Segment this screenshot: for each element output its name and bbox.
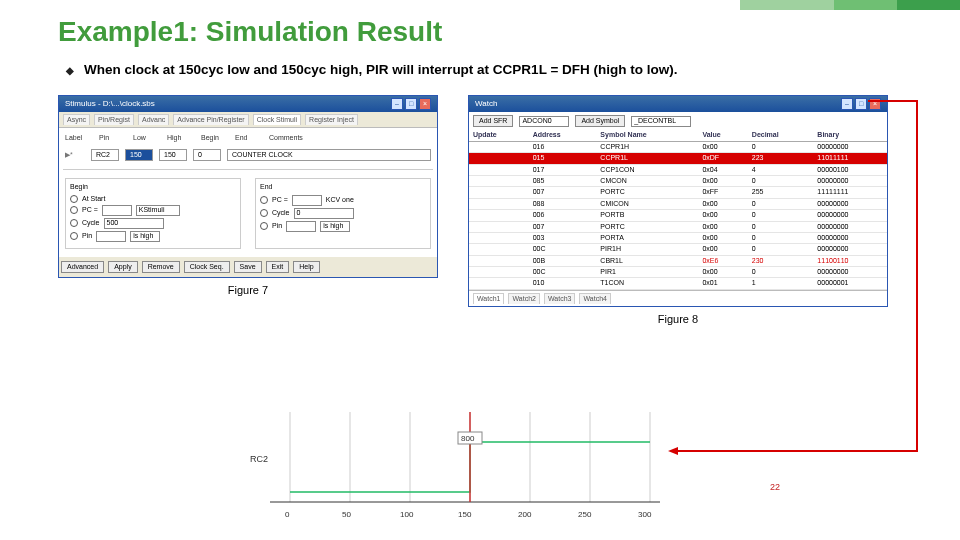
opt-pin-e: Pin	[272, 222, 282, 230]
svg-text:250: 250	[578, 510, 592, 519]
add-symbol-button[interactable]: Add Symbol	[575, 115, 625, 127]
tab-clockstim[interactable]: Clock Stimuli	[253, 114, 301, 125]
tab-advpin[interactable]: Advance Pin/Register	[173, 114, 248, 125]
bullet-text: When clock at 150cyc low and 150cyc high…	[84, 62, 678, 77]
pin-sel-b[interactable]	[96, 231, 126, 242]
table-row[interactable]: 007PORTC0x00000000000	[469, 221, 887, 232]
stimulus-titlebar[interactable]: Stimulus - D:\...\clock.sbs – □ ×	[59, 96, 437, 112]
radio-pc-b[interactable]	[70, 206, 78, 214]
tab-pinreg[interactable]: Pin/Regist	[94, 114, 134, 125]
radio-pin-e[interactable]	[260, 222, 268, 230]
pin-sel-e[interactable]	[286, 221, 316, 232]
begin-group: Begin At Start PC = KStimuli Cycle500 Pi…	[65, 178, 241, 249]
col-pin: Pin	[99, 134, 127, 142]
table-row[interactable]: 085CMCON0x00000000000	[469, 175, 887, 186]
tab-adv[interactable]: Advanc	[138, 114, 169, 125]
opt-cyc-b: Cycle	[82, 219, 100, 227]
svg-text:100: 100	[400, 510, 414, 519]
symbol-select[interactable]: _DECONTBL	[631, 116, 691, 127]
callout-line-h2	[678, 450, 918, 452]
cell-begin[interactable]: 0	[193, 149, 221, 161]
maximize-icon[interactable]: □	[405, 98, 417, 110]
table-row[interactable]: 088CMICON0x00000000000	[469, 198, 887, 209]
pin-ishigh-e[interactable]: is high	[320, 221, 350, 232]
minimize-icon[interactable]: –	[391, 98, 403, 110]
btn-advanced[interactable]: Advanced	[61, 261, 104, 273]
col-update[interactable]: Update	[469, 130, 529, 141]
bullet-line: ◆ When clock at 150cyc low and 150cyc hi…	[0, 52, 960, 77]
svg-text:200: 200	[518, 510, 532, 519]
table-row[interactable]: 00BCBR1L0xE623011100110	[469, 255, 887, 266]
col-begin: Begin	[201, 134, 229, 142]
watch-titlebar[interactable]: Watch – □ ×	[469, 96, 887, 112]
add-sfr-button[interactable]: Add SFR	[473, 115, 513, 127]
tab-watch1[interactable]: Watch1	[473, 293, 504, 304]
callout-line-h1	[868, 100, 918, 102]
opt-pc-e: PC =	[272, 196, 288, 204]
table-row[interactable]: 00CPIR10x00000000000	[469, 267, 887, 278]
cyc-input-e[interactable]: 0	[294, 208, 354, 219]
table-row[interactable]: 006PORTB0x00000000000	[469, 210, 887, 221]
opt-atstart: At Start	[82, 195, 105, 203]
radio-atstart[interactable]	[70, 195, 78, 203]
tab-async[interactable]: Async	[63, 114, 90, 125]
radio-cyc-b[interactable]	[70, 219, 78, 227]
btn-clockseq[interactable]: Clock Seq.	[184, 261, 230, 273]
tab-watch4[interactable]: Watch4	[579, 293, 610, 304]
stimulus-row: ▶* RC2 150 150 0 COUNTER CLOCK	[63, 145, 433, 165]
btn-save[interactable]: Save	[234, 261, 262, 273]
svg-text:50: 50	[342, 510, 351, 519]
bullet-icon: ◆	[66, 65, 74, 76]
col-address[interactable]: Address	[529, 130, 597, 141]
table-row[interactable]: 00CPIR1H0x00000000000	[469, 244, 887, 255]
tab-reginj[interactable]: Register Inject	[305, 114, 358, 125]
btn-help[interactable]: Help	[293, 261, 319, 273]
btn-remove[interactable]: Remove	[142, 261, 180, 273]
tab-watch3[interactable]: Watch3	[544, 293, 575, 304]
col-value[interactable]: Value	[698, 130, 747, 141]
cell-comments[interactable]: COUNTER CLOCK	[227, 149, 431, 161]
figure8-label: Figure 8	[468, 313, 888, 325]
table-row[interactable]: 015CCPR1L0xDF22311011111	[469, 153, 887, 164]
watch-title-text: Watch	[475, 99, 841, 109]
col-comments: Comments	[269, 134, 303, 142]
begin-label: Begin	[70, 183, 236, 191]
col-binary[interactable]: Binary	[813, 130, 887, 141]
accent-bar-1	[740, 0, 834, 10]
stimulus-tabs: Async Pin/Regist Advanc Advance Pin/Regi…	[59, 112, 437, 128]
tab-watch2[interactable]: Watch2	[508, 293, 539, 304]
pc-input-b[interactable]	[102, 205, 132, 216]
table-row[interactable]: 003PORTA0x00000000000	[469, 232, 887, 243]
radio-pin-b[interactable]	[70, 232, 78, 240]
radio-pc-e[interactable]	[260, 196, 268, 204]
col-decimal[interactable]: Decimal	[748, 130, 814, 141]
accent-bar-2	[834, 0, 897, 10]
figure7-label: Figure 7	[58, 284, 438, 296]
col-symbol[interactable]: Symbol Name	[596, 130, 698, 141]
minimize-icon-w[interactable]: –	[841, 98, 853, 110]
opt-cyc-e: Cycle	[272, 209, 290, 217]
table-row[interactable]: 010T1CON0x01100000001	[469, 278, 887, 289]
pc-input-e[interactable]	[292, 195, 322, 206]
table-row[interactable]: 017CCP1CON0x04400000100	[469, 164, 887, 175]
btn-exit[interactable]: Exit	[266, 261, 290, 273]
pin-ishigh-b[interactable]: is high	[130, 231, 160, 242]
arrowhead-icon	[668, 447, 678, 455]
cyc-input-b[interactable]: 500	[104, 218, 164, 229]
cell-low[interactable]: 150	[125, 149, 153, 161]
svg-text:300: 300	[638, 510, 652, 519]
radio-cyc-e[interactable]	[260, 209, 268, 217]
table-row[interactable]: 007PORTC0xFF25511111111	[469, 187, 887, 198]
cell-high[interactable]: 150	[159, 149, 187, 161]
cell-pin[interactable]: RC2	[91, 149, 119, 161]
close-icon[interactable]: ×	[419, 98, 431, 110]
btn-apply[interactable]: Apply	[108, 261, 138, 273]
accent-bar-3	[897, 0, 960, 10]
table-row[interactable]: 016CCPR1H0x00000000000	[469, 141, 887, 152]
opt-pc-b: PC =	[82, 206, 98, 214]
sfr-select[interactable]: ADCON0	[519, 116, 569, 127]
maximize-icon-w[interactable]: □	[855, 98, 867, 110]
kst-select-b[interactable]: KStimuli	[136, 205, 180, 216]
end-group: End PC = KCV one Cycle0 Pinis high	[255, 178, 431, 249]
col-label: Label	[65, 134, 93, 142]
